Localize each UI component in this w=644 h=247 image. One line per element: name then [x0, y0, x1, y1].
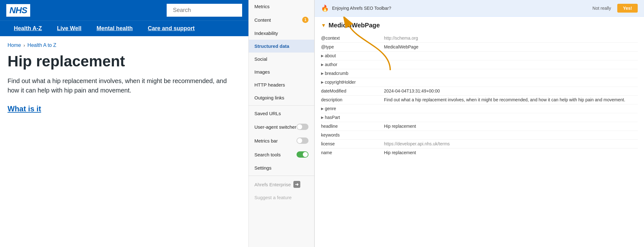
breadcrumb-separator: › [24, 43, 25, 48]
expand-row-icon[interactable]: ▶ [321, 80, 324, 84]
menu-item-user-agent[interactable]: User-agent switcher [249, 120, 314, 134]
schema-row: @typeMedicalWebPage [321, 43, 638, 52]
menu-item-social[interactable]: Social [249, 53, 314, 65]
menu-item-http-headers[interactable]: HTTP headers [249, 78, 314, 91]
schema-panel: ▼ MedicalWebPage @contexthttp://schema.o… [315, 17, 644, 247]
menu-item-structured-data[interactable]: Structured data [249, 40, 314, 53]
yes-button[interactable]: Yes! [617, 4, 638, 13]
expand-arrow-icon[interactable]: ▼ [321, 23, 326, 28]
schema-row: nameHip replacement [321, 149, 638, 157]
menu-divider-2 [249, 176, 314, 176]
schema-key-text: description [321, 97, 342, 102]
nhs-header: NHS [0, 0, 248, 20]
menu-label-saved-urls: Saved URLs [254, 111, 281, 116]
nav-care-support[interactable]: Care and support [140, 21, 202, 36]
nav-live-well[interactable]: Live Well [49, 21, 89, 36]
menu-label-http-headers: HTTP headers [254, 82, 285, 87]
expand-row-icon[interactable]: ▶ [321, 71, 324, 76]
schema-key: ▶hasPart [321, 115, 384, 120]
menu-item-enterprise[interactable]: Ahrefs Enterprise ➜ [249, 177, 314, 192]
schema-row: @contexthttp://schema.org [321, 34, 638, 43]
schema-key-text: dateModified [321, 88, 346, 93]
schema-key: dateModified [321, 88, 384, 93]
metrics-bar-toggle[interactable] [297, 138, 308, 144]
menu-label-metrics-bar: Metrics bar [254, 138, 278, 143]
schema-row: ▶copyrightHolder [321, 78, 638, 87]
menu-label-user-agent: User-agent switcher [254, 124, 296, 130]
menu-label-search-tools: Search tools [254, 152, 280, 157]
schema-key-text: @context [321, 36, 340, 41]
menu-label-images: Images [254, 69, 270, 75]
menu-label-settings: Settings [254, 165, 271, 171]
menu-label-indexability: Indexability [254, 31, 278, 36]
nhs-logo: NHS [6, 4, 30, 17]
menu-divider-1 [249, 105, 314, 106]
schema-key: ▶breadcrumb [321, 71, 384, 76]
page-title: Hip replacement [8, 53, 241, 70]
menu-item-indexability[interactable]: Indexability [249, 27, 314, 40]
schema-value-text: 2024-04-04T13:31:49+00:00 [384, 88, 638, 93]
menu-label-content: Content [254, 17, 271, 23]
menu-label-structured-data: Structured data [254, 43, 289, 49]
schema-key-text: @type [321, 44, 334, 49]
expand-row-icon[interactable]: ▶ [321, 63, 324, 67]
schema-key: @type [321, 44, 384, 49]
menu-label-outgoing-links: Outgoing links [254, 95, 284, 100]
enjoying-text: Enjoying Ahrefs SEO Toolbar? [332, 6, 586, 11]
breadcrumb: Home › Health A to Z [8, 42, 241, 48]
menu-item-suggest[interactable]: Suggest a feature [249, 192, 314, 203]
breadcrumb-home[interactable]: Home [8, 42, 21, 48]
nav-mental-health[interactable]: Mental health [89, 21, 140, 36]
schema-key: keywords [321, 132, 384, 138]
menu-item-search-tools[interactable]: Search tools [249, 148, 314, 161]
schema-key: ▶genre [321, 106, 384, 111]
schema-row: licensehttps://developer.api.nhs.uk/term… [321, 140, 638, 149]
schema-key: @context [321, 36, 384, 41]
schema-value-text: Hip replacement [384, 124, 638, 129]
nhs-nav: Health A-Z Live Well Mental health Care … [0, 20, 248, 36]
search-input[interactable] [167, 4, 242, 17]
menu-item-metrics[interactable]: Metrics [249, 0, 314, 13]
schema-rows: @contexthttp://schema.org@typeMedicalWeb… [321, 34, 638, 157]
schema-key-text: keywords [321, 132, 340, 138]
content-badge: 1 [302, 17, 308, 23]
breadcrumb-health-az[interactable]: Health A to Z [27, 42, 56, 48]
menu-item-saved-urls[interactable]: Saved URLs [249, 107, 314, 120]
menu-item-metrics-bar[interactable]: Metrics bar [249, 134, 314, 148]
expand-row-icon[interactable]: ▶ [321, 54, 324, 58]
menu-item-content[interactable]: Content 1 [249, 13, 314, 27]
not-really-button[interactable]: Not really [589, 4, 614, 12]
schema-row: keywords [321, 131, 638, 140]
menu-label-metrics: Metrics [254, 4, 269, 9]
page-description: Find out what a hip replacement involves… [8, 76, 228, 95]
schema-key-text: author [325, 62, 337, 67]
schema-key-text: hasPart [325, 115, 340, 120]
schema-value-text: MedicalWebPage [384, 44, 638, 49]
schema-type-header: ▼ MedicalWebPage [321, 22, 638, 29]
schema-value-text: http://schema.org [384, 36, 638, 41]
schema-row: ▶hasPart [321, 113, 638, 122]
enterprise-arrow-icon: ➜ [293, 181, 300, 188]
what-is-it-link[interactable]: What is it [8, 104, 241, 113]
schema-key-text: license [321, 141, 335, 146]
user-agent-toggle[interactable] [297, 124, 308, 130]
expand-row-icon[interactable]: ▶ [321, 115, 324, 120]
menu-label-enterprise: Ahrefs Enterprise [254, 182, 291, 187]
nav-health-az[interactable]: Health A-Z [6, 21, 49, 36]
menu-item-outgoing-links[interactable]: Outgoing links [249, 91, 314, 104]
schema-key-text: headline [321, 124, 338, 129]
menu-item-images[interactable]: Images [249, 65, 314, 78]
schema-key: ▶about [321, 53, 384, 58]
schema-row: ▶breadcrumb [321, 69, 638, 78]
schema-key: ▶copyrightHolder [321, 80, 384, 85]
schema-row: headlineHip replacement [321, 122, 638, 131]
schema-row: dateModified2024-04-04T13:31:49+00:00 [321, 87, 638, 96]
menu-item-settings[interactable]: Settings [249, 161, 314, 174]
search-tools-toggle[interactable] [297, 151, 308, 158]
expand-row-icon[interactable]: ▶ [321, 107, 324, 111]
schema-key: name [321, 150, 384, 155]
fire-icon: 🔥 [321, 4, 329, 12]
nhs-website: NHS Health A-Z Live Well Mental health C… [0, 0, 248, 247]
schema-value-text: Find out what a hip replacement involves… [384, 97, 638, 102]
menu-label-social: Social [254, 56, 267, 62]
